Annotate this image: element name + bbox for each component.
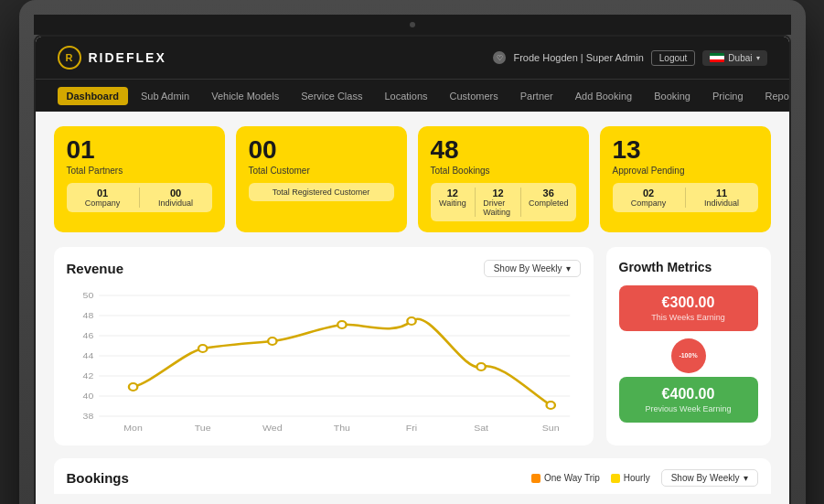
- divider2: [520, 188, 521, 217]
- menubar: Dashboard Sub Admin Vehicle Models Servi…: [36, 79, 789, 112]
- stat-company: 01 Company: [74, 188, 132, 208]
- svg-text:46: 46: [82, 331, 93, 340]
- nav-user-label: Frode Hogden | Super Admin: [513, 52, 643, 63]
- stat-completed-label: Completed: [529, 198, 569, 208]
- revenue-chart-svg: 50 48 46 44 42 40 38 Mon Tue Wed: [67, 286, 581, 433]
- bookings-show-by-button[interactable]: Show By Weekly ▾: [661, 469, 758, 487]
- stat-partners-label: Total Partners: [67, 166, 212, 176]
- stat-bookings-subs: 12 Waiting 12 Driver Waiting 36: [431, 183, 576, 221]
- one-way-label: One Way Trip: [544, 473, 600, 483]
- revenue-svg: 50 48 46 44 42 40 38 Mon Tue Wed: [67, 286, 581, 433]
- stat-approval-company-value: 02: [643, 188, 654, 198]
- this-week-label: This Weeks Earning: [630, 313, 747, 322]
- menu-item-customers[interactable]: Customers: [441, 87, 508, 105]
- stat-total-customer: 00 Total Customer Total Registered Custo…: [236, 126, 407, 232]
- menu-item-dashboard[interactable]: Dashboard: [58, 87, 128, 105]
- stat-approval-individual-value: 11: [716, 188, 727, 198]
- menu-item-addbooking[interactable]: Add Booking: [566, 87, 641, 105]
- hourly-label: Hourly: [624, 473, 650, 483]
- growth-metrics-panel: Growth Metrics €300.00 This Weeks Earnin…: [606, 247, 771, 445]
- main-content: 01 Total Partners 01 Company 00 Individu…: [36, 112, 789, 504]
- stat-approval-individual-label: Individual: [704, 198, 739, 208]
- bookings-title: Bookings: [67, 470, 129, 486]
- chevron-down-icon: ▾: [756, 54, 760, 62]
- stat-waiting-value: 12: [447, 188, 458, 198]
- menu-item-partner[interactable]: Partner: [511, 87, 562, 105]
- stat-driverwaiting-value: 12: [492, 188, 503, 198]
- menu-item-reports[interactable]: Reports: [756, 87, 789, 105]
- nav-user-area: ♡ Frode Hogden | Super Admin Logout Duba…: [493, 50, 766, 66]
- stat-individual-value: 00: [170, 188, 181, 198]
- chevron-down-icon: ▾: [566, 263, 571, 273]
- region-selector[interactable]: Dubai ▾: [702, 50, 766, 66]
- stat-bookings-number: 48: [431, 137, 576, 163]
- svg-text:44: 44: [82, 351, 93, 360]
- stat-customer-number: 00: [249, 137, 394, 163]
- stat-approval-company-label: Company: [631, 198, 667, 208]
- prev-week-earning-card: €400.00 Previous Week Earning: [619, 377, 758, 423]
- menu-item-booking[interactable]: Booking: [645, 87, 700, 105]
- svg-text:38: 38: [82, 412, 93, 421]
- show-by-label: Show By Weekly: [494, 263, 562, 273]
- stat-bookings-label: Total Bookings: [431, 166, 576, 176]
- charts-row: Revenue Show By Weekly ▾: [54, 247, 771, 445]
- menu-item-pricing[interactable]: Pricing: [703, 87, 753, 105]
- menu-item-service[interactable]: Service Class: [292, 87, 371, 105]
- stat-approval-label: Approval Pending: [613, 166, 758, 176]
- chart-header: Revenue Show By Weekly ▾: [67, 260, 581, 277]
- prev-week-label: Previous Week Earning: [630, 404, 747, 413]
- menu-item-vehicles[interactable]: Vehicle Models: [202, 87, 288, 105]
- svg-point-21: [128, 383, 136, 391]
- revenue-chart-title: Revenue: [67, 261, 124, 276]
- bookings-bar: Bookings One Way Trip Hourly Show By Wee…: [54, 458, 771, 494]
- navbar: R RIDEFLEX ♡ Frode Hogden | Super Admin …: [36, 37, 789, 79]
- svg-point-23: [268, 338, 276, 345]
- bookings-legend: One Way Trip Hourly Show By Weekly ▾: [531, 469, 758, 487]
- svg-point-26: [476, 363, 485, 370]
- prev-week-amount: €400.00: [630, 386, 747, 402]
- stat-partners-number: 01: [67, 137, 212, 163]
- stat-customer-label: Total Customer: [249, 166, 394, 176]
- this-week-amount: €300.00: [630, 295, 747, 311]
- stat-waiting-label: Waiting: [439, 198, 466, 208]
- stat-driverwaiting-label: Driver Waiting: [483, 198, 513, 217]
- stat-individual: 00 Individual: [147, 188, 205, 208]
- stat-company-value: 01: [97, 188, 108, 198]
- stat-approval-individual: 11 Individual: [693, 188, 751, 208]
- logout-button[interactable]: Logout: [651, 50, 696, 66]
- stat-waiting: 12 Waiting: [438, 188, 468, 217]
- camera-dot: [410, 22, 415, 27]
- show-by-weekly-button[interactable]: Show By Weekly ▾: [484, 260, 581, 277]
- svg-text:50: 50: [82, 291, 93, 300]
- user-icon: ♡: [493, 51, 506, 64]
- svg-text:Thu: Thu: [333, 424, 349, 433]
- stat-individual-label: Individual: [158, 198, 193, 208]
- divider: [475, 188, 476, 217]
- stats-row: 01 Total Partners 01 Company 00 Individu…: [54, 126, 771, 232]
- svg-text:Tue: Tue: [194, 424, 210, 433]
- menu-item-subadmin[interactable]: Sub Admin: [132, 87, 198, 105]
- hourly-color: [611, 474, 620, 483]
- legend-one-way: One Way Trip: [531, 473, 600, 483]
- bookings-show-by-label: Show By Weekly: [671, 473, 740, 483]
- stat-customer-sub: Total Registered Customer: [249, 183, 394, 201]
- growth-connector: -100%: [619, 338, 758, 373]
- stat-total-bookings: 48 Total Bookings 12 Waiting 12 Driver W…: [418, 126, 589, 232]
- logo-icon: R: [58, 46, 81, 70]
- chevron-down-icon: ▾: [744, 473, 748, 483]
- menu-item-locations[interactable]: Locations: [375, 87, 436, 105]
- svg-text:42: 42: [82, 371, 93, 381]
- svg-text:Mon: Mon: [123, 424, 142, 433]
- this-week-earning-card: €300.00 This Weeks Earning: [619, 285, 758, 331]
- stat-approval-company: 02 Company: [620, 188, 678, 208]
- legend-hourly: Hourly: [611, 473, 650, 483]
- svg-text:Fri: Fri: [405, 424, 416, 433]
- flag-icon: [710, 53, 724, 62]
- growth-percent-text: -100%: [679, 352, 697, 359]
- stat-completed: 36 Completed: [529, 188, 569, 217]
- svg-text:48: 48: [82, 311, 93, 320]
- svg-point-27: [546, 402, 554, 409]
- stat-approval-number: 13: [613, 137, 758, 163]
- one-way-color: [531, 474, 540, 483]
- stat-registered-label: Total Registered Customer: [273, 188, 370, 197]
